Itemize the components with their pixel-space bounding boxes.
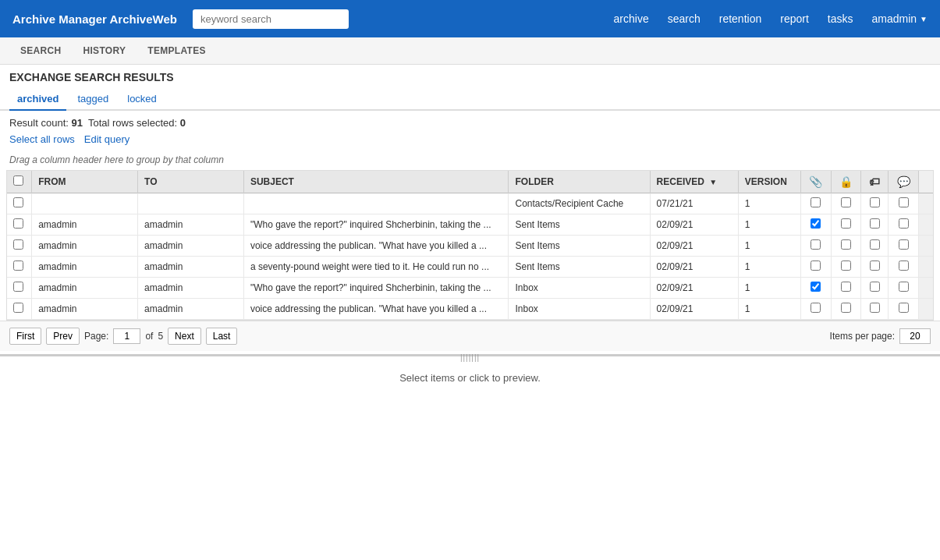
search-nav-link[interactable]: search [668, 12, 701, 25]
row-tag-cell[interactable] [861, 236, 889, 257]
row-lock-checkbox[interactable] [841, 239, 851, 250]
col-header-version[interactable]: VERSION [738, 171, 800, 193]
archive-nav-link[interactable]: archive [614, 12, 649, 25]
row-comment-checkbox[interactable] [899, 218, 909, 229]
tab-archived[interactable]: archived [9, 88, 66, 111]
items-per-page-input[interactable] [899, 328, 931, 344]
row-tag-cell[interactable] [861, 257, 889, 278]
row-checkbox-cell[interactable] [7, 214, 32, 236]
row-tag-checkbox[interactable] [870, 239, 880, 250]
row-tag-cell[interactable] [861, 299, 889, 320]
select-all-checkbox[interactable] [13, 175, 23, 186]
edit-query-link[interactable]: Edit query [84, 133, 130, 145]
row-checkbox[interactable] [13, 218, 23, 229]
row-lock-checkbox[interactable] [841, 303, 851, 313]
row-tag-checkbox[interactable] [870, 282, 880, 292]
col-header-folder[interactable]: FOLDER [509, 171, 650, 193]
tab-tagged[interactable]: tagged [69, 88, 116, 111]
first-page-button[interactable]: First [9, 328, 41, 345]
row-checkbox[interactable] [13, 303, 23, 313]
row-comment-cell[interactable] [889, 257, 918, 278]
row-lock-cell[interactable] [831, 193, 860, 214]
row-lock-cell[interactable] [831, 278, 860, 299]
row-comment-checkbox[interactable] [899, 197, 909, 207]
row-checkbox-cell[interactable] [7, 278, 32, 299]
keyword-search-input[interactable] [193, 9, 349, 29]
next-page-button[interactable]: Next [168, 328, 201, 345]
row-checkbox-cell[interactable] [7, 236, 32, 257]
row-folder: Contacts/Recipient Cache [509, 193, 650, 214]
row-attachment-checkbox[interactable] [811, 261, 821, 271]
row-tag-checkbox[interactable] [870, 261, 880, 271]
row-subject[interactable]: "Who gave the report?" inquired Shcherbi… [243, 278, 509, 299]
row-tag-checkbox[interactable] [870, 197, 880, 207]
row-lock-checkbox[interactable] [841, 261, 851, 271]
row-lock-checkbox[interactable] [841, 197, 851, 207]
resize-handle[interactable]: ||||||| [460, 353, 480, 362]
row-comment-checkbox[interactable] [899, 239, 909, 250]
row-lock-cell[interactable] [831, 214, 860, 236]
row-tag-checkbox[interactable] [870, 303, 880, 313]
row-checkbox[interactable] [13, 197, 23, 207]
row-attachment-checkbox[interactable] [811, 239, 821, 250]
prev-page-button[interactable]: Prev [46, 328, 80, 345]
row-tag-cell[interactable] [861, 193, 889, 214]
subnav-search[interactable]: SEARCH [9, 37, 72, 64]
row-attachment-checkbox[interactable] [811, 303, 821, 313]
last-page-button[interactable]: Last [206, 328, 238, 345]
row-tag-cell[interactable] [861, 214, 889, 236]
subnav-templates[interactable]: TEMPLATES [137, 37, 216, 64]
row-attachment-checkbox[interactable] [811, 282, 821, 292]
select-all-checkbox-header[interactable] [7, 171, 32, 193]
row-lock-cell[interactable] [831, 236, 860, 257]
row-subject[interactable]: a seventy-pound weight were tied to it. … [243, 257, 509, 278]
row-comment-cell[interactable] [889, 214, 918, 236]
row-subject[interactable] [243, 193, 509, 214]
retention-nav-link[interactable]: retention [719, 12, 761, 25]
row-lock-checkbox[interactable] [841, 218, 851, 229]
row-subject[interactable]: "Who gave the report?" inquired Shcherbi… [243, 214, 509, 236]
row-comment-checkbox[interactable] [899, 282, 909, 292]
col-header-received[interactable]: RECEIVED ▼ [650, 171, 738, 193]
row-tag-cell[interactable] [861, 278, 889, 299]
row-checkbox-cell[interactable] [7, 257, 32, 278]
row-comment-checkbox[interactable] [899, 261, 909, 271]
row-checkbox[interactable] [13, 239, 23, 250]
report-nav-link[interactable]: report [780, 12, 809, 25]
row-comment-cell[interactable] [889, 236, 918, 257]
row-attachment-cell[interactable] [801, 236, 831, 257]
row-lock-checkbox[interactable] [841, 282, 851, 292]
row-comment-cell[interactable] [889, 299, 918, 320]
row-comment-checkbox[interactable] [899, 303, 909, 313]
row-attachment-cell[interactable] [801, 299, 831, 320]
row-attachment-cell[interactable] [801, 214, 831, 236]
tasks-nav-link[interactable]: tasks [828, 12, 853, 25]
row-attachment-cell[interactable] [801, 193, 831, 214]
select-all-rows-link[interactable]: Select all rows [9, 133, 75, 145]
row-to: amadmin [138, 299, 244, 320]
page-label: Page: [84, 331, 108, 342]
row-attachment-checkbox[interactable] [811, 218, 821, 229]
row-attachment-cell[interactable] [801, 257, 831, 278]
amadmin-nav-link[interactable]: amadmin ▼ [872, 12, 928, 25]
subnav-history[interactable]: HISTORY [72, 37, 137, 64]
page-input[interactable] [113, 328, 140, 344]
row-comment-cell[interactable] [889, 193, 918, 214]
row-subject[interactable]: voice addressing the publican. "What hav… [243, 236, 509, 257]
row-checkbox-cell[interactable] [7, 193, 32, 214]
row-comment-cell[interactable] [889, 278, 918, 299]
tab-locked[interactable]: locked [119, 88, 165, 111]
row-checkbox-cell[interactable] [7, 299, 32, 320]
row-attachment-cell[interactable] [801, 278, 831, 299]
col-header-to[interactable]: TO [138, 171, 244, 193]
row-lock-cell[interactable] [831, 257, 860, 278]
row-subject[interactable]: voice addressing the publican. "What hav… [243, 299, 509, 320]
col-header-from[interactable]: FROM [32, 171, 138, 193]
row-tag-checkbox[interactable] [870, 218, 880, 229]
row-lock-cell[interactable] [831, 299, 860, 320]
row-checkbox[interactable] [13, 261, 23, 271]
row-attachment-checkbox[interactable] [811, 197, 821, 207]
col-header-subject[interactable]: SUBJECT [243, 171, 509, 193]
row-checkbox[interactable] [13, 282, 23, 292]
subnav: SEARCH HISTORY TEMPLATES [0, 37, 940, 65]
